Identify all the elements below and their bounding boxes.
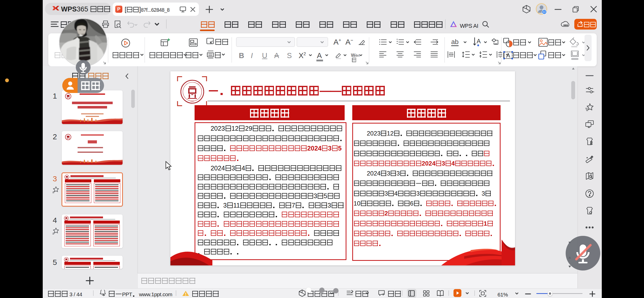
- svg-text:A: A: [506, 52, 510, 59]
- svg-text:A: A: [477, 38, 481, 45]
- svg-text:· 1902 ·: · 1902 ·: [189, 100, 195, 102]
